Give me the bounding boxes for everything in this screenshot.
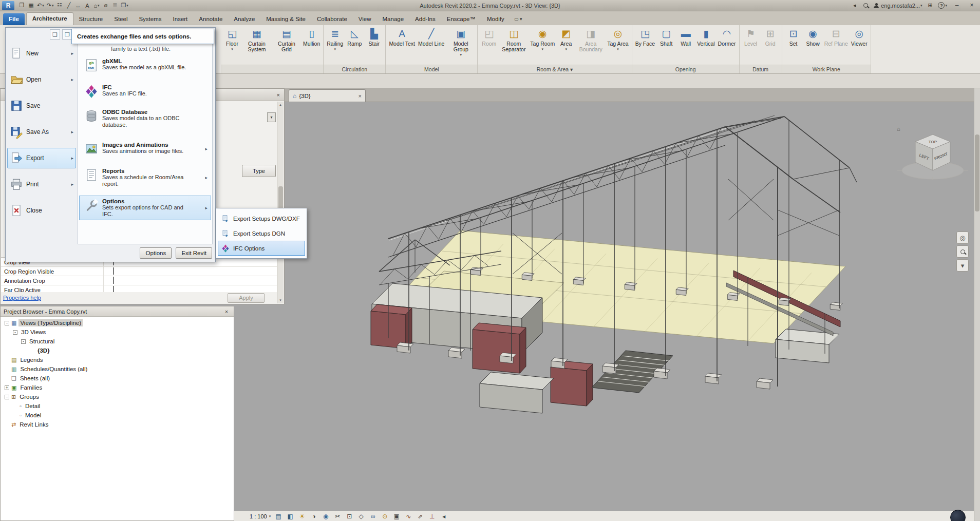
exit-revit-button[interactable]: Exit Revit (176, 247, 212, 259)
visual-style-icon[interactable]: ◧ (286, 512, 294, 521)
tag-room-button[interactable]: ◉Tag Room▾ (529, 27, 556, 51)
tab-collaborate[interactable]: Collaborate (311, 13, 353, 25)
tree-expander-icon[interactable]: - (5, 395, 9, 399)
steering-wheel-icon[interactable]: ◎ (956, 231, 969, 244)
model-line-button[interactable]: ╱Model Line (417, 27, 446, 47)
drawing-canvas[interactable]: ⌂TOPLEFTFRONT ◎▾ 1 : 100▾ ▤◧☀◑◉✂⊡◇∞⊙▣∿⇗⊥… (234, 102, 974, 521)
open-icon[interactable]: ❒ (17, 1, 26, 10)
tree-item-structural[interactable]: -Structural (1, 337, 234, 346)
curtain-grid-button[interactable]: ▤Curtain Grid (272, 27, 301, 52)
undo-icon[interactable]: ↶▾ (36, 1, 45, 10)
file-menu-item-save-as[interactable]: Save As▸ (7, 122, 76, 142)
tab-annotate[interactable]: Annotate (193, 13, 228, 25)
tab-manage[interactable]: Manage (377, 13, 410, 25)
highlight-displacement-sets-icon[interactable]: ⇗ (416, 512, 424, 521)
tree-expander-icon[interactable]: + (5, 385, 9, 390)
search-icon[interactable] (861, 1, 870, 10)
room-separator-button[interactable]: ◫Room Separator (499, 27, 529, 52)
minimize-button[interactable]: – (951, 1, 963, 10)
signin-user-button[interactable]: eng.mostafa2... ▾ (873, 1, 923, 10)
tab-enscape[interactable]: Enscape™ (441, 13, 481, 25)
export-item-images-and-animations[interactable]: Images and AnimationsSaves animations or… (79, 139, 211, 158)
unlocked-3d-view-icon[interactable]: ◇ (357, 512, 365, 521)
tree-item-model[interactable]: ▫Model (1, 411, 234, 420)
tab-architecture[interactable]: Architecture (26, 12, 73, 25)
tree-expander-icon[interactable]: - (5, 321, 9, 325)
detail-level-icon[interactable]: ▤ (274, 512, 282, 521)
temporary-hide-isolate-icon[interactable]: ∞ (369, 512, 377, 521)
tree-item-detail[interactable]: ▫Detail (1, 401, 234, 411)
edit-type-button[interactable]: Type (242, 165, 276, 177)
by-face-button[interactable]: ◳By Face (634, 27, 657, 47)
zoom-icon[interactable] (956, 245, 969, 258)
file-menu-item-new[interactable]: New▸ (7, 43, 76, 64)
tab-steel[interactable]: Steel (108, 13, 133, 25)
close-properties-icon[interactable]: × (277, 92, 280, 98)
redo-icon[interactable]: ↷▾ (46, 1, 55, 10)
tree-item-groups[interactable]: -⊞Groups (1, 392, 234, 401)
show-analytical-model-icon[interactable]: ∿ (404, 512, 412, 521)
collapse-infocenter-icon[interactable]: ◂ (850, 1, 859, 10)
app-store-cart-icon[interactable]: ⊞ (926, 1, 934, 10)
checkbox[interactable] (113, 286, 114, 292)
model-text-button[interactable]: AModel Text (387, 27, 417, 47)
ribbon-display-toggle-icon[interactable]: ▭ ▾ (514, 16, 522, 25)
more-icon[interactable]: ◂ (440, 512, 448, 521)
floating-plugin-button[interactable] (950, 510, 966, 521)
scroll-down-icon[interactable]: ▾ (279, 298, 281, 302)
crop-view-icon[interactable]: ✂ (333, 512, 342, 521)
type-selector-dropdown-icon[interactable]: ▾ (267, 112, 276, 122)
help-button[interactable]: ? ▾ (937, 1, 948, 10)
view-cube[interactable]: ⌂TOPLEFTFRONT (892, 121, 974, 185)
tab-add-ins[interactable]: Add-Ins (409, 13, 441, 25)
railing-button[interactable]: ≣Railing▾ (325, 27, 345, 51)
tree-item-schedules-quantities-all[interactable]: ▥Schedules/Quantities (all) (1, 364, 234, 374)
3d-model[interactable] (234, 102, 974, 507)
section-icon[interactable]: ⌀ (101, 1, 110, 10)
viewcube-home-icon[interactable]: ⌂ (897, 126, 900, 132)
panel-label-room-area[interactable]: Room & Area ▾ (478, 65, 631, 73)
wall-button[interactable]: ▬Wall (676, 27, 695, 47)
viewer-button[interactable]: ◎Viewer (850, 27, 869, 47)
checkbox[interactable] (113, 277, 114, 284)
tree-item-revit-links[interactable]: ⇄Revit Links (1, 420, 234, 429)
navigation-bar-options-icon[interactable]: ▾ (956, 259, 969, 272)
tree-item-views-type-discipline[interactable]: -▦Views (Type/Discipline) (1, 318, 234, 327)
properties-help-link[interactable]: Properties help (3, 295, 41, 301)
print-icon[interactable]: ☷ (55, 1, 64, 10)
recent-documents-icon[interactable]: ❏ (50, 29, 60, 40)
tree-item-3d-views[interactable]: -3D Views (1, 327, 234, 337)
vertical-scrollbar[interactable] (974, 88, 980, 521)
text-icon[interactable]: A (83, 1, 91, 10)
scroll-up-icon[interactable]: ▴ (279, 103, 281, 107)
close-view-tab-icon[interactable]: × (359, 93, 362, 99)
tree-item-families[interactable]: +▣Families (1, 383, 234, 392)
tab-modify[interactable]: Modify (481, 13, 510, 25)
vertical-button[interactable]: ▮Vertical (695, 27, 716, 47)
tag-area-button[interactable]: ◎Tag Area▾ (606, 27, 630, 51)
close-project-browser-icon[interactable]: × (222, 308, 231, 315)
file-menu-item-close[interactable]: Close (7, 200, 76, 221)
tree-expander-icon[interactable]: - (21, 339, 26, 344)
set-button[interactable]: ⊡Set (784, 27, 803, 47)
model-group-button[interactable]: ▣Model Group▾ (446, 27, 476, 57)
save-icon[interactable]: ▦ (27, 1, 35, 10)
show-rendering-dialog-icon[interactable]: ◉ (322, 512, 330, 521)
tab-massing-site[interactable]: Massing & Site (260, 13, 311, 25)
mullion-button[interactable]: ▯Mullion (301, 27, 322, 47)
default-3d-view-icon[interactable]: ⌂▾ (92, 1, 101, 10)
tree-item-sheets-all[interactable]: ❏Sheets (all) (1, 374, 234, 383)
show-button[interactable]: ◉Show (803, 27, 823, 47)
flyout-item-ifc-options[interactable]: IFC Options (218, 241, 305, 256)
tab-insert[interactable]: Insert (167, 13, 194, 25)
measure-icon[interactable]: ╱ (64, 1, 73, 10)
floor-button[interactable]: ◱Floor▾ (222, 27, 242, 51)
view-tab-3d[interactable]: ⌂ {3D} × (289, 89, 366, 102)
export-item-options[interactable]: OptionsSets export options for CAD and I… (79, 196, 211, 220)
options-button[interactable]: Options (140, 247, 172, 259)
export-item-odbc-database[interactable]: ODBC DatabaseSaves model data to an ODBC… (79, 106, 211, 131)
tab-structure[interactable]: Structure (73, 13, 109, 25)
temporary-view-properties-icon[interactable]: ▣ (392, 512, 401, 521)
tree-item-legends[interactable]: ▤Legends (1, 355, 234, 364)
flyout-item-export-setups-dgn[interactable]: Export Setups DGN (218, 226, 305, 241)
